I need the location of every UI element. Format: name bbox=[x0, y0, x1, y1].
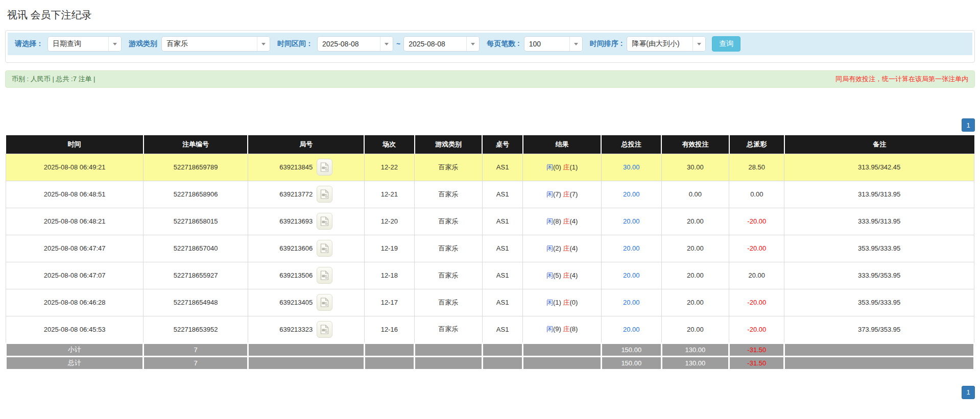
column-header: 注单编号 bbox=[144, 135, 248, 154]
video-file-icon bbox=[320, 270, 329, 280]
video-replay-button[interactable] bbox=[317, 321, 332, 338]
cell-table-no: AS1 bbox=[482, 208, 523, 235]
total-cell: 130.00 bbox=[661, 356, 729, 369]
cell-total-bet: 20.00 bbox=[601, 289, 661, 316]
page-size-dropdown-button[interactable] bbox=[569, 37, 582, 51]
cell-bet-id: 522718659789 bbox=[144, 154, 248, 181]
cell-game-type: 百家乐 bbox=[415, 154, 483, 181]
cell-game-type: 百家乐 bbox=[415, 262, 483, 289]
total-cell bbox=[248, 356, 364, 369]
cell-remark: 353.95/333.95 bbox=[784, 289, 974, 316]
date-from-dropdown-button[interactable] bbox=[380, 37, 393, 51]
game-type-dropdown-button[interactable] bbox=[257, 37, 270, 51]
cell-payout: 28.50 bbox=[729, 154, 784, 181]
player-result: 闲 bbox=[546, 217, 553, 225]
cell-total-bet: 20.00 bbox=[601, 262, 661, 289]
total-row: 总计7150.00130.00-31.50 bbox=[6, 356, 974, 369]
cell-round: 639213845 bbox=[248, 154, 364, 181]
video-replay-button[interactable] bbox=[317, 213, 332, 230]
date-from-picker[interactable] bbox=[317, 36, 393, 52]
video-replay-button[interactable] bbox=[317, 267, 332, 284]
cell-remark: 353.95/333.95 bbox=[784, 235, 974, 262]
video-replay-button[interactable] bbox=[317, 294, 332, 311]
query-type-dropdown[interactable] bbox=[47, 36, 122, 52]
cell-time: 2025-08-08 06:46:28 bbox=[6, 289, 144, 316]
subtotal-cell bbox=[248, 343, 364, 356]
table-row: 2025-08-08 06:47:47522718657040639213606… bbox=[6, 235, 974, 262]
game-type-dropdown[interactable] bbox=[161, 36, 270, 52]
cell-valid-bet: 20.00 bbox=[661, 289, 729, 316]
table-body: 2025-08-08 06:49:21522718659789639213845… bbox=[6, 154, 974, 369]
cell-round: 639213323 bbox=[248, 316, 364, 343]
cell-total-bet: 20.00 bbox=[601, 316, 661, 343]
total-bet-link[interactable]: 20.00 bbox=[623, 244, 640, 252]
total-bet-link[interactable]: 30.00 bbox=[623, 163, 640, 171]
column-header: 局号 bbox=[248, 135, 364, 154]
video-replay-button[interactable] bbox=[317, 186, 332, 203]
video-file-icon bbox=[320, 189, 329, 199]
date-to-dropdown-button[interactable] bbox=[466, 37, 479, 51]
table-row: 2025-08-08 06:45:53522718653952639213323… bbox=[6, 316, 974, 343]
total-bet-link[interactable]: 20.00 bbox=[623, 299, 640, 306]
result-count: (1) bbox=[570, 163, 578, 171]
cell-bet-id: 522718654948 bbox=[144, 289, 248, 316]
cell-payout: -20.00 bbox=[729, 235, 784, 262]
player-result: 闲 bbox=[546, 299, 553, 306]
total-bet-link[interactable]: 20.00 bbox=[623, 217, 640, 225]
time-sort-input[interactable] bbox=[627, 37, 692, 51]
video-file-icon bbox=[320, 162, 329, 172]
result-count: (9) bbox=[553, 325, 561, 333]
cell-table-no: AS1 bbox=[482, 262, 523, 289]
page-size-input[interactable] bbox=[524, 37, 569, 51]
cell-payout: -20.00 bbox=[729, 316, 784, 343]
round-id: 639213323 bbox=[279, 326, 313, 333]
video-replay-button[interactable] bbox=[317, 159, 332, 176]
video-replay-button[interactable] bbox=[317, 240, 332, 257]
result-count: (0) bbox=[553, 163, 561, 171]
page-size-dropdown[interactable] bbox=[524, 36, 583, 52]
time-sort-dropdown-button[interactable] bbox=[692, 37, 705, 51]
video-file-icon bbox=[320, 325, 329, 334]
total-bet-link[interactable]: 20.00 bbox=[623, 190, 640, 198]
player-result: 闲 bbox=[546, 163, 553, 171]
cell-session: 12-22 bbox=[364, 154, 415, 181]
cell-bet-id: 522718653952 bbox=[144, 316, 248, 343]
table-row: 2025-08-08 06:47:07522718655927639213506… bbox=[6, 262, 974, 289]
page-number-button[interactable]: 1 bbox=[962, 118, 975, 132]
cell-game-type: 百家乐 bbox=[415, 208, 483, 235]
banker-result: 庄 bbox=[563, 299, 570, 306]
game-type-input[interactable] bbox=[162, 37, 257, 51]
cell-result: 闲(2) 庄(4) bbox=[523, 235, 602, 262]
result-count: (8) bbox=[570, 325, 578, 333]
result-count: (0) bbox=[570, 299, 578, 306]
cell-round: 639213405 bbox=[248, 289, 364, 316]
cell-valid-bet: 20.00 bbox=[661, 316, 729, 343]
cell-payout: 0.00 bbox=[729, 181, 784, 208]
cell-round: 639213506 bbox=[248, 262, 364, 289]
subtotal-row: 小计7150.00130.00-31.50 bbox=[6, 343, 974, 356]
search-button[interactable]: 查询 bbox=[712, 36, 740, 52]
cell-time: 2025-08-08 06:48:51 bbox=[6, 181, 144, 208]
query-type-input[interactable] bbox=[48, 37, 108, 51]
cell-time: 2025-08-08 06:47:07 bbox=[6, 262, 144, 289]
column-header: 总投注 bbox=[601, 135, 661, 154]
cell-result: 闲(0) 庄(1) bbox=[523, 154, 602, 181]
cell-payout: -20.00 bbox=[729, 208, 784, 235]
date-to-picker[interactable] bbox=[403, 36, 480, 52]
result-count: (5) bbox=[553, 272, 561, 279]
cell-session: 12-18 bbox=[364, 262, 415, 289]
column-header: 总派彩 bbox=[729, 135, 784, 154]
cell-session: 12-20 bbox=[364, 208, 415, 235]
total-bet-link[interactable]: 20.00 bbox=[623, 272, 640, 279]
query-type-dropdown-button[interactable] bbox=[108, 37, 121, 51]
cell-remark: 333.95/353.95 bbox=[784, 262, 974, 289]
date-from-input[interactable] bbox=[318, 37, 380, 51]
page-number-button[interactable]: 1 bbox=[962, 386, 975, 399]
page-root: 视讯 会员下注纪录 请选择： 游戏类别 时间区间： ~ 每页 bbox=[0, 0, 980, 399]
date-to-input[interactable] bbox=[404, 37, 466, 51]
cell-game-type: 百家乐 bbox=[415, 181, 483, 208]
total-bet-link[interactable]: 20.00 bbox=[623, 326, 640, 333]
time-sort-dropdown[interactable] bbox=[627, 36, 706, 52]
round-id: 639213405 bbox=[279, 299, 313, 306]
cell-round: 639213772 bbox=[248, 181, 364, 208]
